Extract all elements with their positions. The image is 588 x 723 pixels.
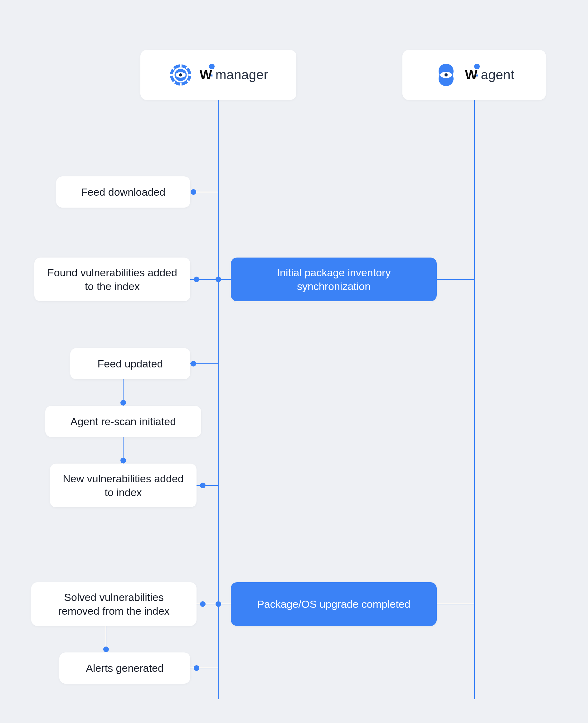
event-agent-rescan: Agent re-scan initiated (45, 406, 201, 437)
lifeline-dot (200, 601, 206, 607)
lifeline-dot (194, 277, 199, 282)
manager-lifeline (218, 87, 219, 699)
lifeline-dot (191, 189, 196, 195)
lifeline-dot (103, 646, 109, 652)
event-pkg-upgrade: Package/OS upgrade completed (231, 582, 437, 626)
agent-header: W. agent (402, 50, 546, 100)
event-label: Package/OS upgrade completed (257, 597, 410, 611)
event-initial-sync: Initial package inventory synchronizatio… (231, 258, 437, 301)
gear-eye-icon (168, 63, 193, 87)
svg-rect-4 (169, 74, 173, 76)
event-alerts-generated: Alerts generated (59, 652, 190, 684)
event-label: New vulnerabilities added to index (61, 472, 185, 499)
event-label: Feed downloaded (81, 185, 165, 199)
connector (437, 604, 474, 604)
connector (437, 279, 474, 280)
lifeline-dot (120, 400, 126, 405)
event-found-vuln-indexed: Found vulnerabilities added to the index (34, 258, 190, 301)
svg-rect-2 (180, 63, 182, 67)
lifeline-dot (191, 361, 196, 366)
manager-header: W. manager (140, 50, 296, 100)
svg-rect-3 (180, 83, 182, 86)
event-solved-removed: Solved vulnerabilities removed from the … (31, 582, 196, 626)
svg-point-15 (444, 73, 448, 77)
event-new-vuln-indexed: New vulnerabilities added to index (50, 464, 196, 507)
event-label: Alerts generated (86, 661, 164, 675)
event-label: Feed updated (98, 357, 163, 370)
lifeline-dot (215, 277, 221, 282)
lifeline-dot (215, 601, 221, 607)
event-feed-updated: Feed updated (70, 348, 190, 379)
event-feed-downloaded: Feed downloaded (56, 176, 190, 207)
lifeline-dot (120, 458, 126, 463)
manager-title: W. manager (200, 66, 268, 84)
svg-rect-5 (188, 74, 192, 76)
lifeline-dot (200, 483, 206, 488)
overlap-circles-icon (434, 63, 458, 87)
event-label: Agent re-scan initiated (70, 415, 176, 428)
agent-title: W. agent (465, 66, 514, 84)
event-label: Initial package inventory synchronizatio… (242, 266, 425, 293)
svg-point-11 (179, 73, 182, 77)
agent-lifeline (474, 87, 475, 699)
lifeline-dot (194, 665, 199, 671)
event-label: Solved vulnerabilities removed from the … (42, 590, 185, 618)
event-label: Found vulnerabilities added to the index (45, 266, 179, 293)
